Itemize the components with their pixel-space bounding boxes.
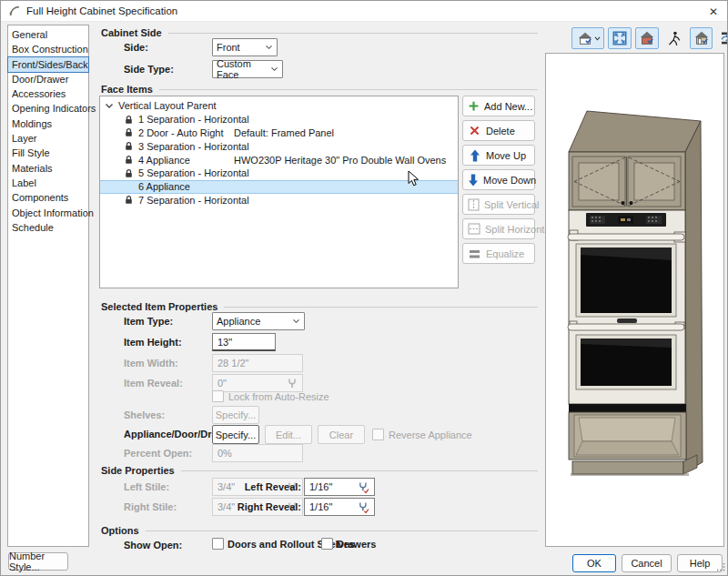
- preview-3d-pane[interactable]: [545, 53, 724, 547]
- lock-auto-resize-label: Lock from Auto-Resize: [228, 391, 329, 402]
- face-item-label: 5 Separation - Horizontal: [138, 167, 249, 178]
- side-type-select[interactable]: Custom Face: [212, 60, 283, 78]
- face-item-row[interactable]: 5 Separation - Horizontal: [100, 167, 458, 180]
- face-item-row[interactable]: 2 Door - Auto Right Default: Framed Pane…: [100, 126, 458, 140]
- adr-specify-button[interactable]: Specify...: [212, 425, 259, 444]
- adr-clear-button[interactable]: Clear: [318, 425, 365, 444]
- equalize-button[interactable]: Equalize: [462, 243, 535, 264]
- equalize-icon: [468, 248, 481, 259]
- fill-window-button[interactable]: [608, 27, 632, 49]
- lock-icon: [125, 168, 133, 178]
- sidebar-item-accessories[interactable]: Accessories: [8, 86, 88, 101]
- item-type-select[interactable]: Appliance: [212, 312, 305, 330]
- sidebar-item-object-information[interactable]: Object Information: [8, 206, 88, 220]
- standard-views-button[interactable]: [571, 27, 604, 49]
- item-height-input[interactable]: 13": [212, 333, 276, 351]
- face-item-row-selected[interactable]: 6 Appliance: [100, 180, 458, 194]
- reverse-appliance-label: Reverse Appliance: [389, 429, 472, 440]
- percent-open-value: 0%: [217, 448, 298, 459]
- cabinet-side-section-header: Cabinet Side: [101, 27, 538, 38]
- reverse-appliance-checkbox[interactable]: [372, 429, 384, 440]
- item-width-field: 28 1/2": [212, 354, 303, 372]
- face-item-label: 7 Separation - Horizontal: [138, 195, 249, 206]
- left-reveal-input[interactable]: 1/16": [304, 478, 375, 496]
- spin-model-icon: [719, 30, 728, 46]
- plus-icon: [468, 100, 480, 112]
- shelves-label: Shelves:: [124, 409, 165, 420]
- category-sidebar: General Box Construction Front/Sides/Bac…: [7, 25, 89, 547]
- sidebar-item-materials[interactable]: Materials: [8, 161, 88, 176]
- help-button[interactable]: Help: [677, 554, 723, 572]
- shelves-specify-button[interactable]: Specify...: [212, 406, 259, 424]
- house-color-icon: [639, 30, 655, 46]
- face-item-label: 3 Separation - Horizontal: [138, 141, 249, 152]
- item-width-label: Item Width:: [124, 358, 178, 369]
- number-style-button[interactable]: Number Style...: [8, 552, 68, 571]
- face-item-row[interactable]: 3 Separation - Horizontal: [100, 139, 458, 153]
- close-icon[interactable]: ✕: [703, 3, 723, 20]
- split-horizontal-icon: [468, 223, 480, 235]
- face-item-row[interactable]: 1 Separation - Horizontal: [100, 113, 458, 126]
- drawers-checkbox[interactable]: [321, 538, 333, 550]
- sidebar-item-door-drawer[interactable]: Door/Drawer: [8, 72, 88, 86]
- face-items-tree: Vertical Layout Parent 1 Separation - Ho…: [99, 96, 459, 288]
- lock-icon: [125, 141, 133, 151]
- sidebar-item-layer[interactable]: Layer: [8, 131, 88, 146]
- walkthrough-button[interactable]: [662, 27, 686, 49]
- item-reveal-field: 0": [212, 374, 303, 392]
- full-height-cabinet-dialog: Full Height Cabinet Specification ✕ Gene…: [0, 0, 728, 576]
- percent-open-label: Percent Open:: [124, 448, 192, 459]
- options-section-header: Options: [101, 525, 538, 536]
- face-item-parent-row[interactable]: Vertical Layout Parent: [100, 99, 458, 113]
- color-toggle-button[interactable]: [635, 27, 659, 49]
- chevron-down-icon: [265, 45, 273, 50]
- tree-expand-icon[interactable]: [105, 102, 114, 110]
- adr-edit-button[interactable]: Edit...: [265, 425, 312, 444]
- title-bar: Full Height Cabinet Specification ✕: [1, 1, 727, 22]
- cancel-button[interactable]: Cancel: [622, 554, 672, 572]
- lock-auto-resize-checkbox[interactable]: [212, 390, 224, 402]
- caret-down-icon: [594, 36, 601, 41]
- face-item-label: 4 Appliance: [138, 155, 190, 166]
- sidebar-item-moldings[interactable]: Moldings: [8, 116, 88, 131]
- house-views-icon: [576, 30, 594, 46]
- sidebar-item-box-construction[interactable]: Box Construction: [8, 42, 88, 56]
- sidebar-item-fill-style[interactable]: Fill Style: [8, 146, 88, 160]
- cabinet-preview-rendering: [546, 54, 723, 546]
- sidebar-item-general[interactable]: General: [8, 27, 88, 42]
- resize-grip[interactable]: [717, 562, 725, 573]
- section-title: Cabinet Side: [101, 27, 162, 38]
- delete-button[interactable]: Delete: [462, 120, 535, 141]
- split-horizontal-button[interactable]: Split Horizontal: [462, 218, 535, 239]
- item-reveal-label: Item Reveal:: [124, 378, 183, 389]
- sidebar-item-front-sides-back[interactable]: Front/Sides/Back: [8, 57, 88, 72]
- side-select[interactable]: Front: [212, 38, 278, 56]
- item-type-label: Item Type:: [124, 316, 173, 327]
- item-height-label: Item Height:: [124, 337, 182, 348]
- move-up-button[interactable]: Move Up: [462, 145, 535, 166]
- lock-icon: [125, 115, 133, 125]
- walkthrough-person-icon: [666, 30, 682, 47]
- ok-button[interactable]: OK: [572, 554, 616, 572]
- sidebar-item-components[interactable]: Components: [8, 190, 88, 205]
- sidebar-item-schedule[interactable]: Schedule: [8, 220, 88, 235]
- face-item-row[interactable]: 7 Separation - Horizontal: [100, 194, 458, 207]
- sidebar-item-label[interactable]: Label: [8, 176, 88, 190]
- item-height-value: 13": [217, 337, 232, 348]
- face-item-label: 1 Separation - Horizontal: [138, 114, 249, 125]
- face-item-row[interactable]: 4 Appliance HWO230P Heritage 30" Pro Dou…: [100, 153, 458, 167]
- modified-wrench-icon: [358, 501, 369, 513]
- doors-rollout-shelves-checkbox[interactable]: [212, 538, 224, 550]
- split-vertical-button[interactable]: Split Vertical: [462, 194, 535, 215]
- face-item-detail: HWO230P Heritage 30" Pro Double Wall Ove…: [234, 155, 446, 166]
- open-doors-drawers-button[interactable]: [690, 27, 713, 49]
- move-down-button[interactable]: Move Down: [462, 169, 535, 190]
- sidebar-item-opening-indicators[interactable]: Opening Indicators: [8, 101, 88, 116]
- right-reveal-input[interactable]: 1/16": [304, 498, 375, 516]
- arrow-down-icon: [468, 174, 479, 187]
- section-title: Options: [101, 525, 139, 536]
- left-reveal-value: 1/16": [309, 481, 355, 492]
- spin-model-button[interactable]: [716, 27, 728, 49]
- doors-rollout-shelves-label: Doors and Rollout Shelves: [228, 539, 355, 550]
- add-new-button[interactable]: Add New...: [462, 96, 535, 116]
